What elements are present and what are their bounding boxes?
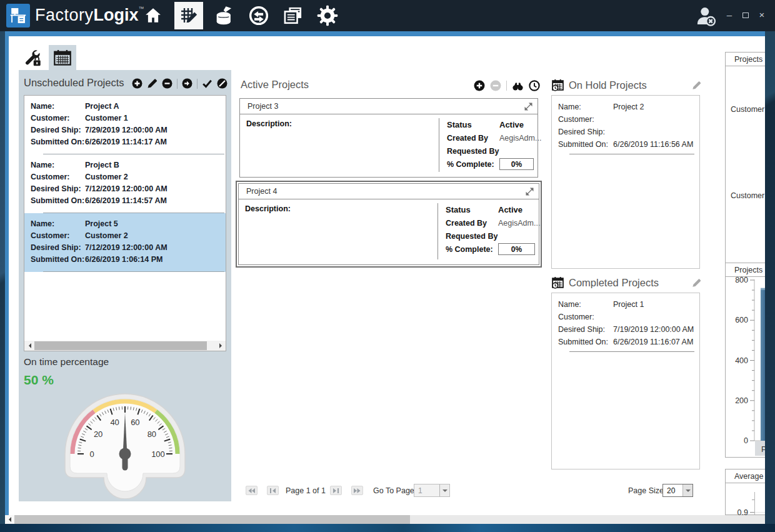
- minimize-button[interactable]: –: [725, 10, 734, 20]
- last-page-button[interactable]: [351, 486, 363, 495]
- percent-complete-field[interactable]: 0%: [498, 243, 535, 255]
- goto-page-value: 1: [414, 484, 439, 496]
- dropdown-button[interactable]: [439, 484, 449, 496]
- description-label: Description:: [246, 119, 292, 128]
- main-hscrollbar[interactable]: [5, 515, 765, 524]
- remove-circle-icon-disabled[interactable]: [490, 80, 501, 91]
- card-title: Project 3: [248, 102, 278, 111]
- project-desired-ship: 7/29/2019 12:00:00 AM: [85, 126, 168, 134]
- accept-check-icon[interactable]: [202, 78, 212, 89]
- unscheduled-title: Unscheduled Projects: [24, 77, 124, 89]
- remove-circle-icon[interactable]: [162, 78, 172, 89]
- card-header: Project 3: [240, 99, 538, 114]
- nav-sync-button[interactable]: [246, 2, 272, 29]
- projects-released-chart: 0200400600800P: [726, 277, 765, 458]
- window-frame-top: [5, 31, 765, 36]
- previous-page-button[interactable]: [267, 486, 279, 495]
- active-projects-toolbar: [474, 80, 540, 91]
- field-label: Desired Ship:: [558, 323, 613, 336]
- card-title: Project 4: [246, 187, 277, 196]
- status-label: Status: [447, 120, 499, 129]
- percent-label: % Complete:: [447, 160, 499, 169]
- field-label: Customer:: [558, 113, 613, 126]
- project-submitted-on: 6/26/2019 11:14:17 AM: [85, 138, 167, 146]
- project-customer: Customer 2: [85, 173, 128, 181]
- user-signout-icon[interactable]: [695, 6, 718, 27]
- svg-text:P: P: [761, 445, 765, 454]
- last-page-icon: [353, 488, 361, 494]
- nav-settings-button[interactable]: [314, 2, 341, 29]
- goto-page-select[interactable]: 1: [414, 484, 450, 497]
- window-bottom-edge: [0, 524, 775, 532]
- history-clock-icon[interactable]: [529, 80, 540, 91]
- scrollbar-thumb[interactable]: [14, 515, 410, 524]
- list-hscrollbar[interactable]: [24, 341, 226, 351]
- project-list-item-selected[interactable]: Name:Project 5 Customer:Customer 2 Desir…: [24, 213, 226, 272]
- project-list-item[interactable]: Name:Project A Customer:Customer 1 Desir…: [24, 96, 226, 154]
- gauge-value: 50 %: [24, 373, 54, 388]
- first-page-button[interactable]: [246, 486, 258, 495]
- next-page-button[interactable]: [330, 486, 342, 495]
- field-label: Desired Ship:: [31, 242, 85, 254]
- project-desired-ship: 7/12/2019 12:00:00 AM: [85, 184, 168, 193]
- tab-configuration[interactable]: [19, 45, 46, 70]
- app-title: FactoryLogix™: [35, 6, 144, 25]
- field-label: Desired Ship:: [31, 124, 85, 136]
- svg-text:80: 80: [148, 429, 156, 439]
- svg-text:600: 600: [735, 316, 748, 324]
- field-label: Name:: [31, 159, 85, 171]
- schedule-arrow-circle-icon[interactable]: [182, 78, 192, 89]
- completed-project-list[interactable]: Name:Project 1 Customer: Desired Ship:7/…: [551, 293, 700, 469]
- scroll-left-arrow-icon[interactable]: [5, 515, 14, 524]
- calendar-clock-icon: [551, 276, 564, 289]
- project-list-item[interactable]: Name:Project B Customer:Customer 2 Desir…: [24, 154, 226, 213]
- status-value: Active: [498, 205, 522, 214]
- add-circle-icon[interactable]: [132, 78, 142, 89]
- add-circle-icon[interactable]: [474, 80, 485, 91]
- nav-home-button[interactable]: [140, 2, 166, 29]
- percent-label: % Complete:: [446, 245, 498, 254]
- dropdown-button[interactable]: [682, 484, 692, 496]
- card-body: Description: StatusActive Created ByAegi…: [240, 114, 538, 177]
- main-content: Unscheduled Projects Name:Project A Cust…: [9, 36, 765, 515]
- nav-reports-button[interactable]: [280, 2, 306, 29]
- calendar-clock-icon: [551, 79, 564, 91]
- edit-pencil-icon[interactable]: [147, 78, 158, 89]
- percent-complete-field[interactable]: 0%: [499, 158, 534, 170]
- card-body: Description: StatusActive Created ByAegi…: [239, 199, 539, 264]
- collapse-diagonal-icon[interactable]: [526, 188, 534, 196]
- active-project-card-selected[interactable]: Project 4 Description: StatusActive Crea…: [238, 183, 539, 265]
- maximize-button[interactable]: [741, 10, 750, 20]
- cancel-circle-icon[interactable]: [217, 78, 228, 89]
- on-hold-project-list[interactable]: Name:Project 2 Customer: Desired Ship: S…: [551, 95, 700, 269]
- tab-scheduling[interactable]: [49, 45, 76, 70]
- nav-materials-button[interactable]: [211, 2, 238, 29]
- unscheduled-toolbar: [132, 78, 228, 89]
- page-size-select[interactable]: 20: [662, 484, 693, 497]
- y-tick-label: 0.9: [732, 508, 748, 515]
- edit-pencil-icon[interactable]: [692, 278, 701, 288]
- collapse-diagonal-icon[interactable]: [524, 103, 532, 111]
- field-label: Name:: [558, 298, 613, 311]
- edit-pencil-icon[interactable]: [692, 81, 701, 90]
- projects-released-panel: Projects R 0200400600800P: [725, 263, 765, 458]
- created-by-label: Created By: [446, 219, 498, 228]
- project-name: Project 5: [85, 219, 118, 228]
- brand-factory: Factory: [35, 6, 94, 24]
- svg-text:20: 20: [94, 429, 102, 439]
- card-header: Project 4: [239, 184, 539, 199]
- unscheduled-project-list[interactable]: Name:Project A Customer:Customer 1 Desir…: [24, 95, 226, 351]
- scroll-left-arrow-icon[interactable]: [24, 341, 34, 351]
- completed-header: Completed Projects: [551, 275, 701, 290]
- scrollbar-thumb[interactable]: [34, 341, 207, 350]
- svg-text:0: 0: [744, 436, 748, 445]
- panel-title: Average T: [726, 469, 765, 483]
- active-project-card[interactable]: Project 3 Description: StatusActive Crea…: [239, 98, 538, 178]
- scroll-right-arrow-icon[interactable]: [216, 341, 226, 351]
- nav-planning-button[interactable]: [174, 2, 203, 29]
- desktop: FactoryLogix™: [0, 0, 775, 532]
- average-time-panel: Average T 0.9: [725, 469, 765, 515]
- page-size-value: 20: [663, 484, 682, 496]
- close-button[interactable]: ×: [758, 10, 766, 20]
- find-binoculars-icon[interactable]: [512, 81, 524, 91]
